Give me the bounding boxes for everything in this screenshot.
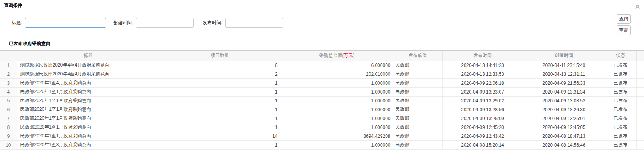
table-row[interactable]: 10民政部2020年1至3月政府采购意向11.000000民政部2020-04-… bbox=[0, 140, 644, 149]
publish-time-field-label: 发布时间: bbox=[203, 20, 222, 26]
cell-publish-time: 2020-04-09 13:28:56 bbox=[442, 105, 523, 114]
cell-status: 已发布 bbox=[605, 140, 636, 149]
query-panel-header: 查询条件 bbox=[0, 0, 644, 11]
publish-time-input[interactable] bbox=[225, 18, 283, 28]
cell-title: 测试数据民政部2020年4至4月政府采购意向 bbox=[17, 70, 159, 78]
cell-unit: 民政部 bbox=[393, 87, 442, 96]
cell-index: 8 bbox=[0, 123, 17, 132]
cell-title: 民政部2020年1至1月政府采购意向 bbox=[17, 123, 159, 132]
cell-index: 7 bbox=[0, 114, 17, 123]
reset-button[interactable]: 重置 bbox=[617, 25, 631, 35]
tab-published-intentions[interactable]: 已发布政府采购意向 bbox=[3, 38, 56, 49]
cell-unit: 民政部 bbox=[393, 61, 442, 70]
procurement-table: 标题 项目数量 采购总金额(万元) 发布单位 发布时间 创建时间 状态 1测试数… bbox=[0, 51, 644, 150]
col-header-count: 项目数量 bbox=[159, 51, 281, 61]
cell-title: 民政部2020年1至1月政府采购意向 bbox=[17, 105, 159, 114]
cell-status: 已发布 bbox=[605, 70, 636, 78]
cell-create-time: 2020-04-09 12:45:05 bbox=[523, 123, 605, 132]
cell-amount: 1.000000 bbox=[281, 114, 393, 123]
table-row[interactable]: 1测试数据民政部2020年4至4月政府采购意向66.000000民政部2020-… bbox=[0, 61, 644, 70]
cell-create-time: 2020-04-09 13:25:01 bbox=[523, 114, 605, 123]
cell-publish-time: 2020-04-08 15:20:14 bbox=[442, 140, 523, 149]
cell-amount: 6.000000 bbox=[281, 61, 393, 70]
cell-status: 已发布 bbox=[605, 132, 636, 140]
cell-count: 1 bbox=[159, 114, 281, 123]
title-input[interactable] bbox=[25, 18, 106, 28]
col-header-index bbox=[0, 51, 17, 61]
col-header-title: 标题 bbox=[17, 51, 159, 61]
cell-amount: 8694.429208 bbox=[281, 132, 393, 140]
cell-index: 1 bbox=[0, 61, 17, 70]
cell-filler bbox=[636, 70, 644, 78]
query-panel: 查询条件 标题: 创建时间: 发布时间: 查询 重置 bbox=[0, 0, 644, 37]
col-header-unit: 发布单位 bbox=[393, 51, 442, 61]
cell-status: 已发布 bbox=[605, 61, 636, 70]
cell-index: 4 bbox=[0, 87, 17, 96]
col-header-publish-time: 发布时间 bbox=[442, 51, 523, 61]
table-row[interactable]: 5民政部2020年1至1月政府采购意向11.000000民政部2020-04-0… bbox=[0, 96, 644, 105]
cell-amount: 1.000000 bbox=[281, 78, 393, 87]
cell-publish-time: 2020-04-09 12:43:42 bbox=[442, 132, 523, 140]
col-header-amount-unit: 万元 bbox=[344, 53, 353, 58]
cell-title: 民政部2020年1至1月政府采购意向 bbox=[17, 87, 159, 96]
cell-index: 9 bbox=[0, 132, 17, 140]
cell-title: 民政部2020年1至1月政府采购意向 bbox=[17, 96, 159, 105]
cell-create-time: 2020-04-08 18:47:13 bbox=[523, 132, 605, 140]
cell-publish-time: 2020-04-09 22:06:18 bbox=[442, 78, 523, 87]
table-row[interactable]: 9民政部2020年1至1月政府采购意向148694.429208民政部2020-… bbox=[0, 132, 644, 140]
cell-count: 1 bbox=[159, 78, 281, 87]
cell-status: 已发布 bbox=[605, 114, 636, 123]
cell-filler bbox=[636, 123, 644, 132]
cell-status: 已发布 bbox=[605, 87, 636, 96]
cell-publish-time: 2020-04-13 12:33:53 bbox=[442, 70, 523, 78]
cell-index: 10 bbox=[0, 140, 17, 149]
table-row[interactable]: 7民政部2020年1至1月政府采购意向11.000000民政部2020-04-0… bbox=[0, 114, 644, 123]
cell-create-time: 2020-04-08 14:56:46 bbox=[523, 140, 605, 149]
col-header-filler bbox=[636, 51, 644, 61]
cell-status: 已发布 bbox=[605, 96, 636, 105]
chevron-double-up-icon[interactable] bbox=[635, 3, 640, 8]
cell-filler bbox=[636, 140, 644, 149]
cell-amount: 202.010000 bbox=[281, 70, 393, 78]
cell-title: 测试数据民政部2020年4至4月政府采购意向 bbox=[17, 61, 159, 70]
query-buttons: 查询 重置 bbox=[617, 14, 631, 37]
create-time-field-label: 创建时间: bbox=[113, 20, 133, 26]
cell-amount: 1.000000 bbox=[281, 105, 393, 114]
cell-create-time: 2020-04-09 13:03:52 bbox=[523, 96, 605, 105]
cell-filler bbox=[636, 61, 644, 70]
cell-title: 民政部2020年1至1月政府采购意向 bbox=[17, 132, 159, 140]
query-form: 标题: 创建时间: 发布时间: 查询 重置 bbox=[0, 11, 644, 37]
cell-filler bbox=[636, 114, 644, 123]
table-row[interactable]: 4民政部2020年1至1月政府采购意向11.000000民政部2020-04-0… bbox=[0, 87, 644, 96]
create-time-input[interactable] bbox=[136, 18, 194, 28]
col-header-amount-prefix: 采购总金额( bbox=[319, 53, 344, 58]
cell-create-time: 2020-04-11 23:15:40 bbox=[523, 61, 605, 70]
table-row[interactable]: 8民政部2020年1至1月政府采购意向11.000000民政部2020-04-0… bbox=[0, 123, 644, 132]
table-row[interactable]: 6民政部2020年1至1月政府采购意向11.000000民政部2020-04-0… bbox=[0, 105, 644, 114]
table-row[interactable]: 3民政部2020年1至4月政府采购意向11.000000民政部2020-04-0… bbox=[0, 78, 644, 87]
cell-count: 14 bbox=[159, 132, 281, 140]
cell-count: 1 bbox=[159, 140, 281, 149]
cell-unit: 民政部 bbox=[393, 105, 442, 114]
cell-unit: 民政部 bbox=[393, 70, 442, 78]
table-header-row: 标题 项目数量 采购总金额(万元) 发布单位 发布时间 创建时间 状态 bbox=[0, 51, 644, 61]
cell-filler bbox=[636, 96, 644, 105]
search-button[interactable]: 查询 bbox=[617, 14, 631, 24]
cell-index: 6 bbox=[0, 105, 17, 114]
cell-amount: 1.000000 bbox=[281, 87, 393, 96]
cell-unit: 民政部 bbox=[393, 132, 442, 140]
cell-status: 已发布 bbox=[605, 78, 636, 87]
table-header: 标题 项目数量 采购总金额(万元) 发布单位 发布时间 创建时间 状态 bbox=[0, 51, 644, 61]
cell-count: 1 bbox=[159, 123, 281, 132]
cell-count: 1 bbox=[159, 87, 281, 96]
table-row[interactable]: 2测试数据民政部2020年4至4月政府采购意向2202.010000民政部202… bbox=[0, 70, 644, 78]
cell-filler bbox=[636, 132, 644, 140]
col-header-status: 状态 bbox=[605, 51, 636, 61]
cell-amount: 1.000000 bbox=[281, 96, 393, 105]
cell-filler bbox=[636, 105, 644, 114]
page: 查询条件 标题: 创建时间: 发布时间: 查询 重置 已发布政府采购意向 bbox=[0, 0, 644, 162]
cell-filler bbox=[636, 78, 644, 87]
cell-amount: 1.000000 bbox=[281, 140, 393, 149]
cell-count: 2 bbox=[159, 70, 281, 78]
cell-unit: 民政部 bbox=[393, 123, 442, 132]
